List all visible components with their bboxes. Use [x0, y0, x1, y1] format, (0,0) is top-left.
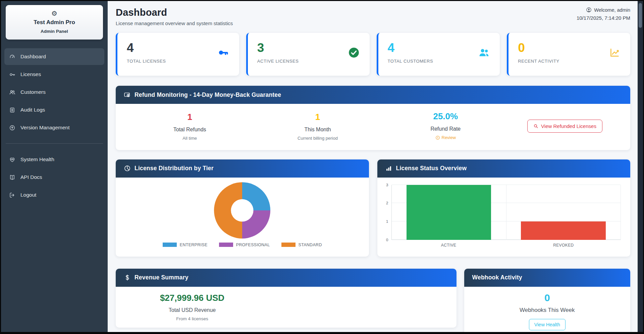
sidebar-item-label: API Docs: [20, 174, 42, 180]
y-axis: 0123: [383, 185, 391, 240]
stat-label: TOTAL LICENSES: [127, 59, 230, 64]
license-status-title: License Status Overview: [396, 165, 467, 172]
donut-legend: ENTERPRISE PROFESSIONAL STANDARD: [163, 243, 322, 247]
key-icon: [218, 47, 229, 58]
stat-label: RECENT ACTIVITY: [518, 59, 622, 64]
review-badge: Review: [435, 135, 456, 140]
pie-chart-icon: [124, 165, 131, 172]
audit-logs-icon: [9, 107, 15, 113]
view-health-button[interactable]: View Health: [529, 319, 566, 330]
stat-card-total-customers: 4 TOTAL CUSTOMERS: [377, 33, 500, 76]
metric-label: Refund Rate: [382, 126, 509, 132]
gauge-icon: [9, 54, 15, 60]
sidebar-item-label: Logout: [20, 192, 36, 198]
page-title: Dashboard: [116, 7, 233, 18]
stat-card-active-licenses: 3 ACTIVE LICENSES: [246, 33, 370, 76]
search-icon: [533, 124, 538, 129]
stat-value: 3: [257, 42, 361, 54]
revenue-summary-title: Revenue Summary: [135, 274, 189, 281]
stat-cards-row: 4 TOTAL LICENSES 3 ACTIVE LICENSES 4 TOT…: [116, 33, 630, 76]
stat-label: TOTAL CUSTOMERS: [388, 59, 491, 64]
sidebar-item-version-management[interactable]: Version Management: [4, 119, 104, 136]
revenue-label: Total USD Revenue: [135, 307, 249, 313]
stat-card-recent-activity: 0 RECENT ACTIVITY: [507, 33, 630, 76]
sidebar-item-logout[interactable]: Logout: [4, 187, 104, 203]
version-upload-icon: [9, 125, 15, 131]
sidebar-item-label: Dashboard: [20, 54, 46, 60]
check-circle-icon: [348, 47, 360, 58]
refund-panel-title: Refund Monitoring - 14-Day Money-Back Gu…: [135, 91, 281, 98]
users-icon: [9, 89, 15, 95]
health-heart-icon: [9, 156, 15, 163]
sidebar-item-dashboard[interactable]: Dashboard: [4, 48, 104, 65]
legend-item-enterprise: ENTERPRISE: [163, 243, 208, 247]
sidebar-item-label: Audit Logs: [20, 107, 45, 113]
scrollbar-track[interactable]: [638, 1, 643, 332]
bar: [407, 185, 491, 240]
brand-title: Test Admin Pro: [9, 19, 100, 26]
webhook-activity-header: Webhook Activity: [464, 269, 630, 287]
revenue-summary-header: Revenue Summary: [116, 269, 457, 287]
webhook-count: 0: [464, 292, 630, 304]
scrollbar-thumb[interactable]: [639, 3, 642, 28]
donut-chart: [214, 182, 270, 239]
webhook-label: Webhooks This Week: [464, 307, 630, 314]
sidebar-item-api-docs[interactable]: API Docs: [4, 169, 104, 186]
welcome-text: Welcome, admin: [577, 7, 630, 13]
sidebar-item-label: Customers: [20, 89, 46, 95]
warning-circle-icon: [435, 135, 440, 140]
sidebar-item-system-health[interactable]: System Health: [4, 151, 104, 168]
sidebar-item-label: Licenses: [20, 71, 41, 77]
sidebar-item-label: System Health: [20, 156, 54, 162]
legend-swatch: [219, 243, 233, 247]
metric-value: 1: [254, 112, 381, 122]
topbar: Dashboard License management overview an…: [116, 7, 630, 26]
money-back-icon: [124, 91, 131, 98]
main-content: Dashboard License management overview an…: [108, 1, 638, 332]
webhook-activity-panel: Webhook Activity 0 Webhooks This Week Vi…: [464, 269, 630, 332]
license-distribution-header: License Distribution by Tier: [116, 159, 369, 178]
view-refunded-licenses-button[interactable]: View Refunded Licenses: [527, 120, 602, 133]
sidebar-item-licenses[interactable]: Licenses: [4, 66, 104, 83]
legend-label: ENTERPRISE: [180, 243, 208, 247]
legend-item-professional: PROFESSIONAL: [219, 243, 270, 247]
bar-chart-body: 0123 ACTIVE REVOKED: [377, 178, 631, 257]
user-area: Welcome, admin 10/17/2025, 7:14:20 PM: [577, 7, 630, 21]
sidebar-item-customers[interactable]: Customers: [4, 84, 104, 101]
app-window: ⚙ Test Admin Pro Admin Panel Dashboard L…: [0, 0, 644, 334]
line-chart-icon: [609, 47, 620, 58]
license-status-panel: License Status Overview 0123 ACTIVE REVO…: [377, 159, 631, 257]
refund-panel-body: 1 Total Refunds All time 1 This Month Cu…: [116, 104, 630, 150]
x-axis-labels: ACTIVE REVOKED: [391, 243, 621, 248]
x-label-revoked: REVOKED: [506, 243, 621, 248]
donut-hole: [231, 199, 254, 221]
bar: [521, 221, 606, 240]
logout-icon: [9, 192, 15, 198]
dollar-icon: [124, 274, 131, 281]
brand-subtitle: Admin Panel: [9, 29, 100, 34]
sidebar: ⚙ Test Admin Pro Admin Panel Dashboard L…: [1, 1, 108, 332]
metric-total-refunds: 1 Total Refunds All time: [126, 112, 254, 141]
datetime: 10/17/2025, 7:14:20 PM: [577, 15, 630, 21]
sidebar-divider: [6, 143, 103, 144]
user-avatar-icon: [586, 7, 592, 13]
stat-value: 4: [127, 42, 230, 54]
webhook-activity-title: Webhook Activity: [472, 274, 522, 281]
metric-value: 25.0%: [382, 111, 509, 122]
stat-label: ACTIVE LICENSES: [257, 59, 361, 64]
metric-value: 1: [126, 112, 254, 122]
bottom-row: Revenue Summary $27,999.96 USD Total USD…: [116, 269, 630, 332]
webhook-body: 0 Webhooks This Week View Health: [464, 287, 630, 330]
metric-refund-rate: 25.0% Refund Rate Review: [382, 111, 509, 141]
sidebar-item-audit-logs[interactable]: Audit Logs: [4, 102, 104, 118]
brand-card: ⚙ Test Admin Pro Admin Panel: [6, 5, 103, 40]
revenue-summary-panel: Revenue Summary $27,999.96 USD Total USD…: [116, 269, 457, 328]
x-label-active: ACTIVE: [391, 243, 506, 248]
legend-label: STANDARD: [299, 243, 322, 247]
key-icon: [9, 71, 15, 78]
metric-this-month: 1 This Month Current billing period: [254, 112, 381, 141]
metric-sublabel: Current billing period: [254, 136, 381, 141]
metric-label: This Month: [254, 127, 381, 133]
sidebar-nav: Dashboard Licenses Customers Audit Logs …: [1, 48, 108, 204]
revenue-amount: $27,999.96 USD: [135, 293, 249, 303]
